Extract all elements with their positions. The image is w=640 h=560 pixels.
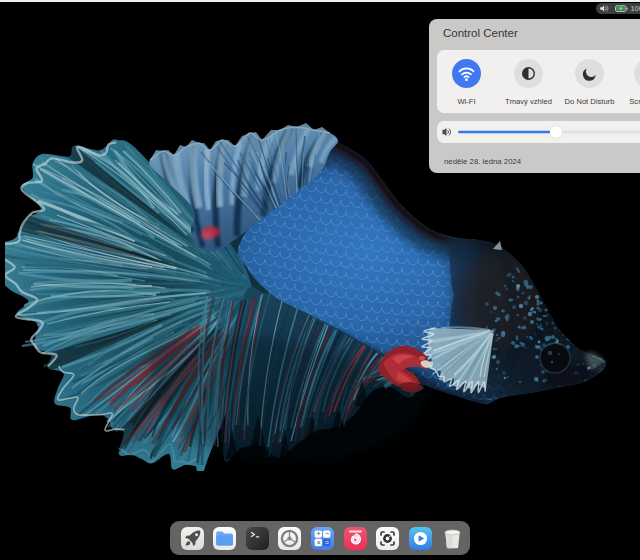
svg-text:×: × xyxy=(317,538,321,545)
svg-text:+: + xyxy=(316,530,320,537)
svg-text:100: 100 xyxy=(631,4,640,13)
svg-text:=: = xyxy=(325,538,329,545)
svg-text:−: − xyxy=(325,530,329,537)
